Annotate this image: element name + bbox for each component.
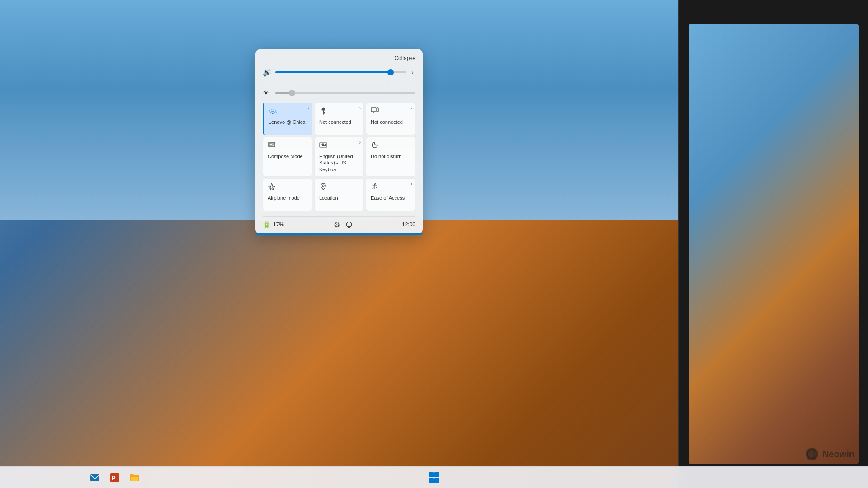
bluetooth-expand-icon[interactable]: ›: [359, 106, 361, 111]
quick-tiles-grid: › Lenovo @ Chica › Not connected: [263, 103, 415, 211]
display-icon: [371, 107, 379, 117]
svg-rect-0: [371, 108, 376, 112]
battery-info: 🔋 17%: [263, 221, 284, 228]
taskbar: P: [0, 466, 868, 488]
neowin-logo-icon: [805, 447, 819, 461]
compose-label: Compose Mode: [268, 153, 303, 160]
taskbar-powerpoint-icon[interactable]: P: [107, 469, 123, 486]
display-label: Not connected: [371, 119, 403, 125]
taskbar-mail-icon[interactable]: [87, 469, 103, 486]
windows-logo-icon: [429, 472, 439, 483]
display-tile[interactable]: › Not connected: [366, 103, 415, 135]
wifi-tile[interactable]: › Lenovo @ Chica: [263, 103, 312, 135]
easeofaccess-label: Ease of Access: [371, 195, 405, 201]
volume-thumb[interactable]: [387, 69, 394, 75]
airplane-label: Airplane mode: [268, 195, 300, 201]
svg-point-18: [322, 185, 324, 187]
taskbar-icons: P: [87, 469, 143, 486]
wifi-expand-icon[interactable]: ›: [308, 106, 309, 111]
compose-icon: [268, 141, 276, 151]
keyboard-icon: EN: [319, 141, 327, 151]
svg-rect-20: [90, 474, 99, 481]
volume-slider[interactable]: [275, 71, 406, 73]
svg-rect-23: [131, 477, 138, 481]
neowin-brand: Neowin: [822, 449, 854, 460]
wifi-label: Lenovo @ Chica: [269, 119, 306, 125]
airplane-tile[interactable]: Airplane mode: [263, 178, 312, 211]
accessibility-icon: [371, 183, 379, 193]
easeofaccess-expand-icon[interactable]: ›: [411, 182, 412, 187]
brightness-row: ☀: [263, 89, 415, 97]
settings-icon[interactable]: ⚙: [334, 221, 340, 229]
brightness-thumb[interactable]: [289, 90, 295, 96]
keyboard-expand-icon[interactable]: ›: [359, 140, 361, 145]
compose-tile[interactable]: Compose Mode: [263, 137, 312, 177]
svg-point-19: [374, 183, 376, 184]
bluetooth-icon: [319, 107, 327, 117]
laptop-screen: [689, 24, 859, 464]
wifi-icon: [269, 107, 277, 117]
volume-arrow[interactable]: ›: [410, 67, 415, 78]
battery-level: 17%: [273, 221, 284, 228]
volume-fill: [275, 71, 391, 73]
svg-rect-5: [269, 143, 272, 146]
svg-text:EN: EN: [321, 142, 324, 145]
svg-rect-13: [325, 144, 326, 145]
easeofaccess-tile[interactable]: › Ease of Access: [366, 178, 415, 211]
laptop-bezel: [678, 0, 868, 488]
time-display: 12:00: [402, 221, 415, 228]
svg-rect-1: [377, 108, 378, 112]
taskbar-explorer-icon[interactable]: [127, 469, 143, 486]
keyboard-tile[interactable]: › EN English (United States) - US Keyboa: [314, 137, 364, 177]
bluetooth-label: Not connected: [319, 119, 351, 125]
action-center-panel: Collapse 🔊 › ☀ › Lenovo: [255, 49, 423, 235]
svg-rect-15: [322, 145, 325, 146]
collapse-button[interactable]: Collapse: [394, 55, 415, 61]
bottom-icons-group: ⚙ ⏻: [334, 221, 353, 229]
brightness-icon: ☀: [263, 89, 272, 97]
bluetooth-tile[interactable]: › Not connected: [314, 103, 364, 135]
action-center-bottom: 🔋 17% ⚙ ⏻ 12:00: [263, 216, 415, 229]
accent-bar: [255, 233, 423, 235]
svg-rect-14: [321, 145, 321, 146]
neowin-watermark: Neowin: [805, 447, 854, 461]
keyboard-label: English (United States) - US Keyboa: [319, 153, 359, 173]
location-tile[interactable]: Location: [314, 178, 364, 211]
moon-icon: [371, 141, 379, 151]
battery-icon: 🔋: [263, 221, 270, 228]
airplane-icon: [268, 183, 276, 193]
location-label: Location: [319, 195, 338, 201]
windows-start-button[interactable]: [426, 469, 442, 486]
donotdisturb-tile[interactable]: Do not disturb: [366, 137, 415, 177]
volume-icon: 🔊: [263, 68, 272, 77]
brightness-slider[interactable]: [275, 92, 415, 94]
volume-row: 🔊 ›: [263, 67, 415, 78]
display-expand-icon[interactable]: ›: [411, 106, 412, 111]
location-icon: [319, 183, 327, 193]
power-icon[interactable]: ⏻: [345, 221, 353, 229]
svg-text:P: P: [112, 474, 116, 481]
svg-rect-16: [325, 145, 326, 146]
donotdisturb-label: Do not disturb: [371, 153, 401, 160]
